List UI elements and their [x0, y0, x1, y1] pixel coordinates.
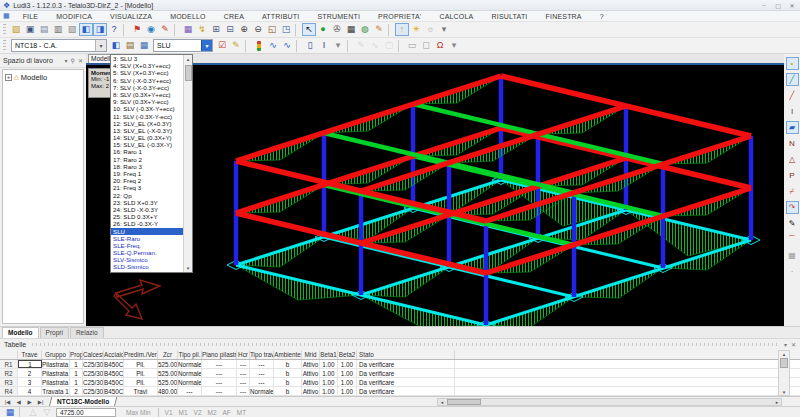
- table-row[interactable]: R22Pilastrata 21C25/30B450CPil.525.00Nor…: [0, 369, 800, 378]
- minimize-button[interactable]: –: [759, 2, 769, 9]
- small-more-button[interactable]: ▾: [331, 39, 345, 52]
- load-case-option[interactable]: 6: SLV (-X-0.3Y+ecc): [111, 77, 183, 84]
- add-grid-button[interactable]: ⊞: [209, 23, 223, 36]
- load-case-option[interactable]: SLE-Raro: [111, 235, 183, 242]
- tree-item-modello[interactable]: + ⌂ Modello: [5, 73, 81, 82]
- chevron-down-icon[interactable]: ▾: [65, 57, 68, 64]
- component-m1-button[interactable]: M1: [176, 409, 191, 416]
- help-button[interactable]: ?: [107, 23, 121, 36]
- load-case-option[interactable]: 8: SLV (0.3X+Y+ecc): [111, 91, 183, 98]
- light-on-button[interactable]: ☀: [409, 23, 423, 36]
- box-dim-button[interactable]: ▢: [382, 39, 396, 52]
- model-view-button[interactable]: ◧: [109, 39, 123, 52]
- load-case-option[interactable]: 4: SLV (X+0.3Y+ecc): [111, 62, 183, 69]
- column-header[interactable]: Acciaio: [104, 350, 124, 359]
- dropdown-scrollbar[interactable]: ▴ ▾: [183, 55, 192, 272]
- column-header[interactable]: Beta2: [338, 350, 357, 359]
- node-tool-button[interactable]: •: [786, 57, 799, 70]
- load-case-option[interactable]: 16: Raro 1: [111, 148, 183, 155]
- panel-drag-handle[interactable]: [32, 343, 778, 346]
- print-button[interactable]: ▥: [51, 23, 65, 36]
- min-jump-button[interactable]: ▽: [40, 407, 54, 417]
- select-cursor-button[interactable]: ↖: [302, 23, 316, 36]
- chevron-down-icon[interactable]: ▾: [201, 40, 212, 51]
- column-header[interactable]: Hcr: [237, 350, 250, 359]
- zoom-out-button[interactable]: ⊖: [251, 23, 265, 36]
- last-record-button[interactable]: ▶|: [35, 399, 46, 405]
- column-header[interactable]: [0, 350, 18, 359]
- line-tool-button[interactable]: ╱: [786, 73, 799, 86]
- globe-button[interactable]: ◉: [144, 23, 158, 36]
- menu-crea[interactable]: CREA: [215, 13, 253, 20]
- table-horizontal-scrollbar[interactable]: ◂ ▸: [437, 398, 782, 406]
- load-case-option[interactable]: 3: SLU 3: [111, 55, 183, 62]
- table-row[interactable]: R11Pilastrata 11C25/30B450CPil.525.00Nor…: [0, 360, 800, 369]
- component-v2-button[interactable]: V2: [191, 409, 205, 416]
- curve-dim-button[interactable]: ∿: [368, 39, 382, 52]
- table-vertical-scrollbar[interactable]: ▴ ▾: [778, 350, 790, 396]
- load-case-option[interactable]: 5: SLV (X+0.3Y-ecc): [111, 69, 183, 76]
- beam-tool-button[interactable]: I: [786, 105, 799, 118]
- load-case-option[interactable]: SLE-Freq.: [111, 242, 183, 249]
- load-case-option[interactable]: 23: SLD X+0.3Y: [111, 199, 183, 206]
- close-icon[interactable]: ✕: [791, 341, 796, 348]
- menu-help[interactable]: ?: [591, 13, 613, 20]
- mini-grid-button[interactable]: ▦: [786, 249, 799, 262]
- omega-button[interactable]: Ω: [433, 39, 447, 52]
- diagram-wave-button[interactable]: ∿: [266, 39, 280, 52]
- component-mt-button[interactable]: MT: [234, 409, 249, 416]
- table-zoom-button[interactable]: ▦: [3, 407, 17, 417]
- selection-grid-button[interactable]: ▦: [181, 23, 195, 36]
- scroll-thumb[interactable]: [447, 399, 481, 405]
- column-header[interactable]: Mrid: [302, 350, 320, 359]
- edit2-button[interactable]: ✎: [372, 23, 386, 36]
- column-header[interactable]: Prop: [70, 350, 83, 359]
- tables-button[interactable]: ▦: [344, 23, 358, 36]
- column-header[interactable]: Stato: [357, 350, 455, 359]
- toolbar-grip[interactable]: [3, 40, 6, 51]
- toolbar-grip[interactable]: [3, 24, 6, 35]
- diagram-wave2-button[interactable]: ∿: [280, 39, 294, 52]
- arc-tool-button[interactable]: ↷: [786, 201, 799, 214]
- scroll-up-icon[interactable]: ▴: [783, 351, 786, 357]
- column-header[interactable]: Calcestr.: [83, 350, 104, 359]
- more-button[interactable]: ▾: [437, 23, 451, 36]
- menu-file[interactable]: FILE: [14, 13, 48, 20]
- menu-proprieta[interactable]: PROPRIETA': [369, 13, 430, 20]
- load-case-option[interactable]: 12: SLV_EL (X+0.3Y): [111, 120, 183, 127]
- cut-tool-button[interactable]: ⌿: [786, 185, 799, 198]
- results-window-button[interactable]: ◨: [93, 23, 107, 36]
- component-v1-button[interactable]: V1: [162, 409, 176, 416]
- table-row[interactable]: R44Travata 12C25/30B450CTravi480.00-----…: [0, 387, 800, 396]
- next-record-button[interactable]: ▶: [24, 399, 35, 405]
- chevron-down-icon[interactable]: ▾: [784, 341, 787, 348]
- column-header[interactable]: Trave: [18, 350, 42, 359]
- load-case-option[interactable]: SLU: [111, 228, 183, 235]
- draw-dim-button[interactable]: ✎: [354, 39, 368, 52]
- chevron-down-icon[interactable]: ▾: [95, 40, 106, 51]
- coordinate-field[interactable]: 4725.00: [56, 408, 116, 417]
- scroll-left-icon[interactable]: ◂: [438, 399, 446, 405]
- load-case-option[interactable]: 15: SLV_EL (-0.3X-Y): [111, 141, 183, 148]
- load-case-option[interactable]: 21: Freq 3: [111, 184, 183, 191]
- scroll-down-icon[interactable]: ▾: [783, 389, 786, 395]
- combo-table-button[interactable]: ☑: [215, 39, 229, 52]
- zoom-in-button[interactable]: ⊕: [237, 23, 251, 36]
- load-case-combo[interactable]: SLU ▾: [153, 39, 213, 52]
- sheet-button[interactable]: ▦: [137, 39, 151, 52]
- menu-risultati[interactable]: RISULTATI: [482, 13, 536, 20]
- light-off-button[interactable]: ☼: [423, 23, 437, 36]
- traffic-light-button[interactable]: [252, 39, 266, 52]
- prev-record-button[interactable]: ◀: [13, 399, 24, 405]
- load-case-option[interactable]: SLD-Sismico: [111, 263, 183, 270]
- menu-modifica[interactable]: MODIFICA: [47, 13, 101, 20]
- lightning-button[interactable]: ↯: [195, 23, 209, 36]
- arc2-tool-button[interactable]: ⌒: [786, 233, 799, 246]
- load-case-option[interactable]: 14: SLV_EL (0.3X+Y): [111, 134, 183, 141]
- pin-icon[interactable]: ⚲: [71, 57, 75, 64]
- component-m2-button[interactable]: M2: [205, 409, 220, 416]
- close-button[interactable]: ✕: [787, 2, 797, 9]
- model-window-button[interactable]: ◧: [79, 23, 93, 36]
- combo-edit-button[interactable]: ✎: [229, 39, 243, 52]
- flag-button[interactable]: ⚑: [130, 23, 144, 36]
